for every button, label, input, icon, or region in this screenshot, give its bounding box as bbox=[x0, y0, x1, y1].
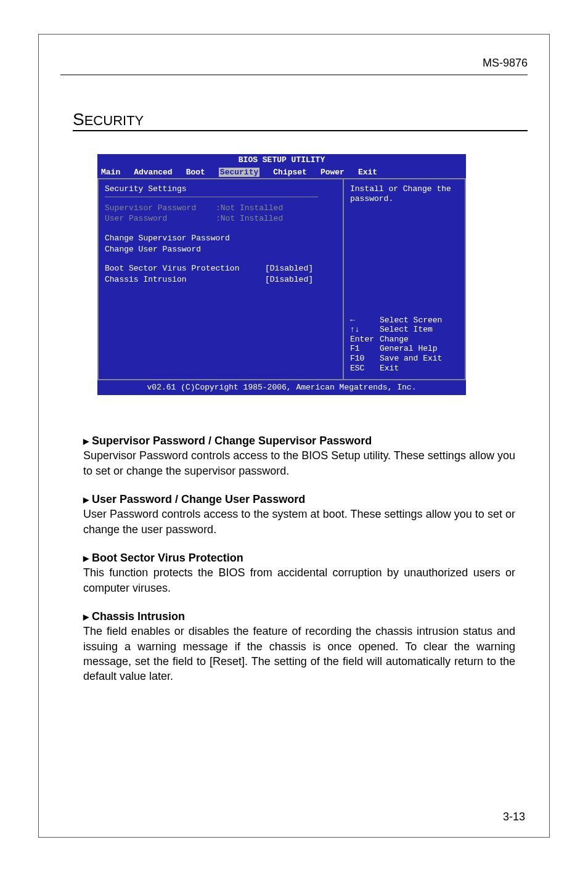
paragraph-4: The field enables or disables the featur… bbox=[83, 624, 515, 684]
bios-footer: v02.61 (C)Copyright 1985-2006, American … bbox=[97, 380, 466, 395]
product-id: MS-9876 bbox=[483, 57, 528, 70]
bios-tab-boot[interactable]: Boot bbox=[186, 168, 205, 178]
paragraph-1: Supervisor Password controls access to t… bbox=[83, 448, 515, 478]
supervisor-password-value: :Not Installed bbox=[216, 203, 283, 213]
bios-tab-main[interactable]: Main bbox=[101, 168, 120, 178]
page-number: 3-13 bbox=[503, 811, 525, 823]
heading-2: User Password / Change User Password bbox=[92, 493, 305, 505]
bios-tab-advanced[interactable]: Advanced bbox=[134, 168, 172, 178]
legend-key-change: Enter bbox=[350, 335, 380, 345]
legend-text-exit: Exit bbox=[380, 364, 399, 374]
bios-settings-title: Security Settings bbox=[105, 184, 337, 194]
legend-key-item: ↑↓ bbox=[350, 325, 380, 335]
section-rule bbox=[73, 130, 528, 131]
legend-text-screen: Select Screen bbox=[380, 316, 442, 325]
bios-right-pane: Install or Change the password. ←Select … bbox=[343, 178, 466, 380]
ci-label: Chassis Intrusion bbox=[105, 275, 265, 285]
user-password-label: User Password bbox=[105, 214, 216, 224]
legend-text-save: Save and Exit bbox=[380, 354, 442, 364]
triangle-icon: ▶ bbox=[83, 437, 89, 446]
bios-menubar: Main Advanced Boot Security Chipset Powe… bbox=[97, 166, 466, 179]
section-heading-letter: S bbox=[73, 110, 84, 129]
bios-help-text: Install or Change the password. bbox=[350, 184, 459, 203]
change-user-password-label: Change User Password bbox=[105, 245, 265, 255]
chassis-intrusion[interactable]: Chassis Intrusion [Disabled] bbox=[105, 275, 337, 285]
triangle-icon: ▶ bbox=[83, 496, 89, 504]
bios-body: Security Settings Supervisor Password :N… bbox=[97, 178, 466, 380]
change-supervisor-password-label: Change Supervisor Password bbox=[105, 234, 265, 243]
bios-tab-power[interactable]: Power bbox=[321, 168, 345, 178]
legend-key-screen: ← bbox=[350, 316, 380, 325]
change-user-password[interactable]: Change User Password bbox=[105, 245, 337, 255]
legend-text-change: Change bbox=[380, 335, 409, 345]
legend-text-help: General Help bbox=[380, 344, 438, 354]
heading-3: Boot Sector Virus Protection bbox=[92, 552, 243, 564]
section-heading: SECURITY bbox=[73, 110, 144, 129]
legend-key-help: F1 bbox=[350, 344, 380, 354]
bios-tab-chipset[interactable]: Chipset bbox=[273, 168, 307, 178]
user-password-row: User Password :Not Installed bbox=[105, 214, 337, 224]
heading-1: Supervisor Password / Change Supervisor … bbox=[92, 435, 372, 447]
bios-title: BIOS SETUP UTILITY bbox=[97, 154, 466, 166]
triangle-icon: ▶ bbox=[83, 554, 89, 563]
bios-tab-security[interactable]: Security bbox=[219, 168, 259, 178]
bios-screenshot: BIOS SETUP UTILITY Main Advanced Boot Se… bbox=[97, 154, 466, 388]
item-2: ▶ User Password / Change User Password U… bbox=[83, 492, 515, 537]
bios-divider bbox=[105, 197, 318, 197]
triangle-icon: ▶ bbox=[83, 613, 89, 621]
legend-text-item: Select Item bbox=[380, 325, 433, 335]
supervisor-password-label: Supervisor Password bbox=[105, 203, 216, 213]
bios-legend: ←Select Screen ↑↓Select Item EnterChange… bbox=[350, 316, 459, 374]
item-1: ▶ Supervisor Password / Change Superviso… bbox=[83, 433, 515, 478]
heading-4: Chassis Intrusion bbox=[92, 610, 185, 623]
paragraph-2: User Password controls access to the sys… bbox=[83, 507, 515, 537]
bios-left-pane: Security Settings Supervisor Password :N… bbox=[97, 178, 343, 380]
paragraph-3: This function protects the BIOS from acc… bbox=[83, 565, 515, 595]
item-3: ▶ Boot Sector Virus Protection This func… bbox=[83, 550, 515, 595]
item-4: ▶ Chassis Intrusion The field enables or… bbox=[83, 609, 515, 684]
ci-value: [Disabled] bbox=[265, 275, 313, 285]
boot-sector-virus-protection[interactable]: Boot Sector Virus Protection [Disabled] bbox=[105, 264, 337, 274]
bsvp-label: Boot Sector Virus Protection bbox=[105, 264, 265, 274]
user-password-value: :Not Installed bbox=[216, 214, 283, 224]
header-rule bbox=[60, 75, 528, 75]
supervisor-password-row: Supervisor Password :Not Installed bbox=[105, 203, 337, 213]
section-heading-rest: ECURITY bbox=[84, 113, 144, 128]
bios-tab-exit[interactable]: Exit bbox=[358, 168, 377, 178]
legend-key-exit: ESC bbox=[350, 364, 380, 374]
change-supervisor-password[interactable]: Change Supervisor Password bbox=[105, 234, 337, 243]
bsvp-value: [Disabled] bbox=[265, 264, 313, 274]
legend-key-save: F10 bbox=[350, 354, 380, 364]
